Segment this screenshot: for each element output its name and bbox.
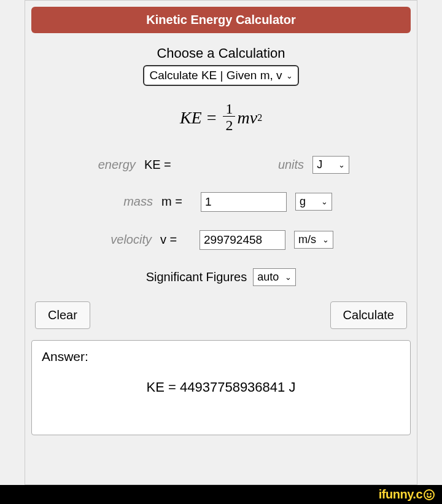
formula-eq: =: [207, 108, 217, 128]
mass-symbol: m =: [161, 195, 192, 209]
velocity-unit-value: m/s: [298, 233, 316, 246]
energy-unit-select[interactable]: J ⌄: [312, 156, 349, 174]
velocity-symbol: v =: [160, 233, 191, 247]
sigfig-value: auto: [257, 271, 279, 284]
energy-desc: energy: [93, 158, 136, 172]
formula-exp: 2: [257, 112, 262, 123]
sigfig-label: Significant Figures: [146, 270, 247, 284]
velocity-input[interactable]: [200, 230, 285, 250]
mass-row: mass m = g ⌄: [31, 192, 411, 212]
chevron-down-icon: ⌄: [322, 235, 329, 244]
energy-unit-value: J: [317, 158, 322, 171]
sigfig-row: Significant Figures auto ⌄: [31, 268, 411, 286]
mass-unit-select[interactable]: g ⌄: [295, 193, 332, 211]
frac-denominator: 2: [223, 117, 235, 134]
frac-numerator: 1: [223, 101, 235, 117]
formula-m: m: [237, 108, 249, 128]
mass-input[interactable]: [201, 192, 287, 212]
watermark: ifunny.c: [379, 487, 435, 502]
title-bar: Kinetic Energy Calculator: [31, 7, 411, 33]
sigfig-select[interactable]: auto ⌄: [253, 268, 296, 286]
calculator-panel: Kinetic Energy Calculator Choose a Calcu…: [25, 0, 417, 485]
energy-row: energy KE = units J ⌄: [31, 156, 411, 174]
mass-unit-value: g: [300, 195, 306, 208]
formula-lhs: KE: [180, 108, 202, 128]
mass-desc: mass: [110, 195, 153, 209]
clear-button[interactable]: Clear: [35, 301, 90, 329]
chevron-down-icon: ⌄: [285, 273, 292, 282]
formula-display: KE = 1 2 m v 2: [31, 101, 411, 134]
smile-icon: [424, 489, 435, 500]
chevron-down-icon: ⌄: [286, 71, 293, 80]
answer-value: KE = 44937758936841 J: [42, 379, 400, 395]
title-text: Kinetic Energy Calculator: [146, 13, 295, 26]
calculate-button[interactable]: Calculate: [330, 301, 407, 329]
velocity-desc: velocity: [109, 233, 152, 247]
chevron-down-icon: ⌄: [338, 160, 345, 169]
answer-label: Answer:: [42, 349, 400, 364]
units-label: units: [278, 158, 304, 172]
watermark-text: ifunny.c: [379, 487, 422, 502]
formula-fraction: 1 2: [223, 101, 235, 134]
formula-v: v: [250, 108, 257, 128]
calc-select-wrap: Calculate KE | Given m, v ⌄: [31, 65, 411, 86]
calc-select-value: Calculate KE | Given m, v: [149, 69, 282, 82]
calculation-type-select[interactable]: Calculate KE | Given m, v ⌄: [143, 65, 298, 86]
choose-label: Choose a Calculation: [31, 45, 411, 61]
velocity-unit-select[interactable]: m/s ⌄: [294, 231, 333, 249]
bottom-bar: ifunny.c: [0, 485, 442, 504]
button-row: Clear Calculate: [31, 301, 411, 329]
energy-symbol: KE =: [144, 158, 175, 172]
chevron-down-icon: ⌄: [321, 197, 328, 206]
answer-box: Answer: KE = 44937758936841 J: [31, 340, 411, 435]
velocity-row: velocity v = m/s ⌄: [31, 230, 411, 250]
